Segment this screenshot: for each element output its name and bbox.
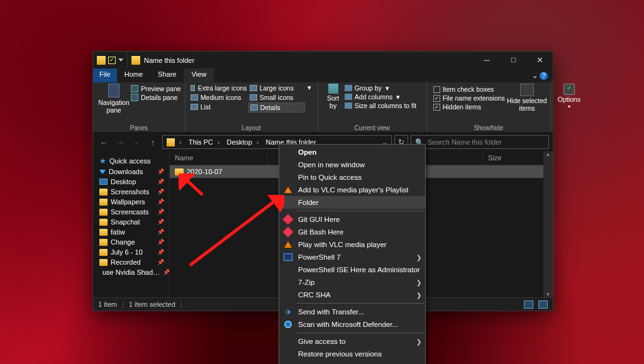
layout-medium[interactable]: Medium icons (189, 93, 248, 102)
pin-icon: 📌 (157, 229, 167, 235)
column-size[interactable]: Size (483, 152, 543, 165)
tab-file[interactable]: File (93, 69, 117, 82)
desktop-icon (99, 179, 108, 185)
tab-home[interactable]: Home (117, 69, 150, 82)
sidebar-item-wallpapers[interactable]: Wallpapers📌 (93, 197, 169, 207)
status-selected: 1 item selected (129, 301, 175, 308)
ribbon-group-label: Layout (189, 123, 314, 131)
menu-item-add-to-vlc-media-player-s-playlist[interactable]: Add to VLC media player's Playlist (279, 184, 425, 196)
layout-details[interactable]: Details (248, 102, 305, 113)
size-all-columns-button[interactable]: Size all columns to fit (345, 102, 423, 109)
menu-item-powershell-7[interactable]: PowerShell 7❯ (279, 251, 425, 263)
file-extensions-toggle[interactable]: File name extensions (433, 94, 505, 102)
breadcrumb-this-pc[interactable]: This PC› (186, 136, 225, 148)
search-input[interactable]: 🔍 Search Name this folder (411, 135, 549, 149)
history-dropdown[interactable]: ⌄ (130, 135, 143, 149)
folder-icon (99, 209, 108, 216)
close-button[interactable]: ✕ (526, 52, 553, 69)
layout-list[interactable]: List (189, 102, 248, 111)
sidebar-item-recorded[interactable]: Recorded📌 (93, 257, 169, 267)
navigation-pane-icon (108, 84, 119, 97)
group-by-button[interactable]: Group by▾ (345, 84, 423, 92)
minimize-button[interactable]: ─ (474, 52, 500, 69)
menu-item-open[interactable]: Open (279, 146, 425, 158)
sidebar-item-screenshots[interactable]: Screenshots📌 (93, 187, 169, 197)
help-icon[interactable]: ? (540, 72, 548, 80)
back-button[interactable]: ← (97, 135, 111, 149)
vertical-scrollbar[interactable]: ▲ ▼ (543, 152, 553, 297)
sidebar-item-use-nvidia-shad-[interactable]: use Nvidia Shad…📌 (93, 267, 169, 277)
menu-item-powershell-ise-here-as-administrator[interactable]: PowerShell ISE Here as Administrator (279, 263, 425, 276)
tab-share[interactable]: Share (150, 69, 184, 82)
view-details-icon[interactable] (524, 301, 533, 309)
file-name: 2020-10-07 (187, 168, 222, 175)
preview-pane-button[interactable]: Preview pane (131, 85, 181, 92)
sidebar-item-fatiw[interactable]: fatiw📌 (93, 227, 169, 237)
folder-icon (99, 189, 108, 196)
qat-properties-icon[interactable] (108, 57, 116, 64)
view-thumbnails-icon[interactable] (538, 301, 548, 309)
layout-small[interactable]: Small icons (248, 93, 305, 102)
menu-item-label: PowerShell 7 (298, 253, 341, 261)
sidebar-item-july-6-10[interactable]: July 6 - 10📌 (93, 247, 169, 257)
pin-icon: 📌 (157, 189, 167, 195)
menu-item-crc-sha[interactable]: CRC SHA❯ (279, 289, 425, 301)
navigation-pane-button[interactable]: Navigation pane (97, 84, 131, 114)
forward-button[interactable]: → (113, 135, 127, 149)
sidebar-item-desktop[interactable]: Desktop📌 (93, 177, 169, 187)
submenu-icon: ❯ (416, 338, 421, 345)
pin-icon: 📌 (157, 249, 167, 255)
up-button[interactable]: ↑ (146, 135, 160, 149)
sidebar-item-label: fatiw (111, 228, 125, 236)
sidebar-item-change[interactable]: Change📌 (93, 237, 169, 247)
pin-icon: 📌 (163, 269, 170, 275)
maximize-button[interactable]: ☐ (500, 52, 526, 69)
add-columns-button[interactable]: Add columns▾ (345, 93, 423, 101)
folder-icon (175, 168, 184, 175)
menu-item-git-bash-here[interactable]: Git Bash Here (279, 226, 425, 238)
quick-access-toolbar[interactable] (93, 52, 128, 69)
menu-item-restore-previous-versions[interactable]: Restore previous versions (279, 348, 425, 360)
layout-large[interactable]: Large icons (248, 84, 305, 92)
sidebar-item-downloads[interactable]: Downloads📌 (93, 167, 169, 177)
layout-extra-large[interactable]: Extra large icons (189, 84, 248, 92)
navigation-tree[interactable]: ★Quick access Downloads📌Desktop📌Screensh… (93, 152, 170, 297)
ribbon-help[interactable]: ⌄ ? (527, 69, 553, 82)
titlebar[interactable]: Name this folder ─ ☐ ✕ (93, 52, 553, 69)
tree-quick-access[interactable]: ★Quick access (93, 155, 169, 167)
scroll-up-icon[interactable]: ▲ (546, 152, 551, 157)
scroll-down-icon[interactable]: ▼ (546, 292, 551, 297)
details-pane-icon (131, 94, 138, 101)
window-title-text: Name this folder (144, 57, 194, 64)
menu-item-folder[interactable]: Folder (279, 196, 425, 209)
menu-item-scan-with-microsoft-defender[interactable]: Scan with Microsoft Defender... (279, 318, 425, 331)
menu-item-7-zip[interactable]: 7-Zip❯ (279, 276, 425, 289)
sidebar-item-screencasts[interactable]: Screencasts📌 (93, 207, 169, 217)
menu-item-git-gui-here[interactable]: Git GUI Here (279, 213, 425, 226)
menu-separator (297, 211, 424, 211)
details-pane-button[interactable]: Details pane (131, 94, 181, 101)
ribbon-group-label: Panes (97, 123, 181, 131)
breadcrumb-root[interactable]: › (164, 136, 186, 148)
sidebar-item-snapchat[interactable]: Snapchat📌 (93, 217, 169, 227)
sidebar-item-label: Desktop (111, 178, 136, 185)
hide-selected-button[interactable]: Hide selected items (508, 84, 547, 112)
menu-item-pin-to-quick-access[interactable]: Pin to Quick access (279, 171, 425, 184)
hidden-items-toggle[interactable]: Hidden items (433, 103, 505, 111)
options-button[interactable]: Options ▾ (555, 84, 584, 109)
menu-item-send-with-transfer[interactable]: ✈Send with Transfer... (279, 306, 425, 318)
sort-by-button[interactable]: Sort by (322, 84, 345, 109)
layout-more-icon[interactable]: ▾ (305, 84, 314, 91)
context-menu[interactable]: OpenOpen in new windowPin to Quick acces… (279, 144, 426, 364)
column-name[interactable]: Name (170, 152, 267, 165)
qat-dropdown-icon[interactable] (118, 58, 123, 62)
menu-item-play-with-vlc-media-player[interactable]: Play with VLC media player (279, 238, 425, 251)
menu-item-include-in-library[interactable]: Include in library❯ (279, 360, 425, 364)
sidebar-item-label: Wallpapers (111, 198, 145, 206)
menu-item-give-access-to[interactable]: Give access to❯ (279, 335, 425, 348)
folder-icon (99, 199, 108, 206)
menu-item-open-in-new-window[interactable]: Open in new window (279, 158, 425, 171)
breadcrumb-desktop[interactable]: Desktop› (224, 136, 263, 148)
item-checkboxes-toggle[interactable]: Item check boxes (433, 85, 505, 93)
tab-view[interactable]: View (184, 69, 214, 82)
